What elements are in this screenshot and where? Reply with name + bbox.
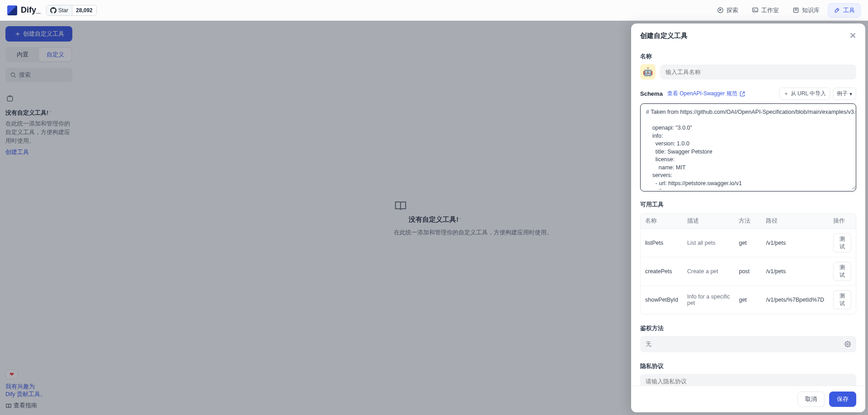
- github-star-count: 28,092: [72, 5, 96, 15]
- nav-tools[interactable]: 工具: [828, 3, 861, 18]
- gear-icon[interactable]: [844, 341, 851, 347]
- available-tools-table: 名称 描述 方法 路径 操作 listPetsList all petsget/…: [641, 214, 856, 314]
- cell-method: post: [734, 257, 761, 286]
- logo-text: Dify_: [21, 5, 41, 15]
- top-nav: 探索 工作室 知识库 工具: [712, 3, 861, 18]
- table-row: showPetByIdInfo for a specific petget/v1…: [641, 286, 856, 314]
- test-button[interactable]: 测试: [833, 233, 851, 252]
- external-link-icon: [739, 91, 745, 97]
- auth-selector[interactable]: 无: [640, 336, 856, 352]
- nav-explore[interactable]: 探索: [712, 4, 744, 17]
- privacy-label: 隐私协议: [640, 362, 856, 370]
- close-icon[interactable]: ✕: [849, 31, 856, 41]
- create-tool-drawer: 创建自定义工具 ✕ 名称 🤖 Schema 查看 OpenAPI-Swagger…: [631, 23, 865, 412]
- hammer-icon: [834, 7, 840, 14]
- auth-label: 鉴权方法: [640, 324, 856, 332]
- examples-dropdown[interactable]: 例子 ▾: [833, 88, 856, 100]
- plus-icon: ＋: [783, 90, 789, 98]
- col-op: 操作: [829, 214, 856, 229]
- cell-desc: List all pets: [683, 229, 734, 257]
- available-tools-label: 可用工具: [640, 201, 856, 209]
- test-button[interactable]: 测试: [833, 262, 851, 281]
- svg-point-6: [847, 343, 849, 345]
- save-button[interactable]: 保存: [829, 392, 856, 407]
- name-label: 名称: [640, 52, 856, 61]
- github-star-badge[interactable]: Star 28,092: [46, 5, 97, 16]
- github-star-label: Star: [58, 7, 68, 14]
- logo[interactable]: Dify_: [7, 5, 41, 15]
- col-path: 路径: [761, 214, 829, 229]
- chevron-down-icon: ▾: [849, 91, 852, 97]
- cell-path: /v1/pets: [761, 257, 829, 286]
- cell-path: /v1/pets: [761, 229, 829, 257]
- cell-desc: Create a pet: [683, 257, 734, 286]
- cell-method: get: [734, 286, 761, 314]
- github-icon: [50, 7, 57, 14]
- top-bar: Dify_ Star 28,092 探索 工作室 知识库 工具: [0, 0, 868, 21]
- cell-name: showPetById: [641, 286, 683, 314]
- col-method: 方法: [734, 214, 761, 229]
- nav-studio[interactable]: 工作室: [746, 4, 784, 17]
- cell-desc: Info for a specific pet: [683, 286, 734, 314]
- test-button[interactable]: 测试: [833, 290, 851, 309]
- cancel-button[interactable]: 取消: [797, 392, 825, 407]
- book-icon: [793, 7, 799, 14]
- table-row: listPetsList all petsget/v1/pets测试: [641, 229, 856, 257]
- compass-icon: [717, 7, 724, 14]
- privacy-input[interactable]: [640, 374, 856, 386]
- col-name: 名称: [641, 214, 683, 229]
- cell-name: listPets: [641, 229, 683, 257]
- col-desc: 描述: [683, 214, 734, 229]
- cell-path: /v1/pets/%7BpetId%7D: [761, 286, 829, 314]
- table-row: createPetsCreate a petpost/v1/pets测试: [641, 257, 856, 286]
- schema-textarea[interactable]: [641, 104, 856, 190]
- cell-name: createPets: [641, 257, 683, 286]
- import-from-url-button[interactable]: ＋ 从 URL 中导入: [779, 88, 830, 100]
- cell-method: get: [734, 229, 761, 257]
- logo-mark: [7, 5, 17, 15]
- nav-knowledge[interactable]: 知识库: [787, 4, 825, 17]
- tool-avatar[interactable]: 🤖: [640, 64, 656, 79]
- svg-rect-2: [753, 8, 758, 12]
- openapi-spec-link[interactable]: 查看 OpenAPI-Swagger 规范: [667, 90, 745, 98]
- tool-name-input[interactable]: [660, 65, 856, 79]
- terminal-icon: [752, 7, 759, 14]
- schema-label: Schema: [640, 90, 663, 97]
- svg-marker-1: [719, 9, 721, 11]
- drawer-title: 创建自定义工具: [640, 32, 688, 40]
